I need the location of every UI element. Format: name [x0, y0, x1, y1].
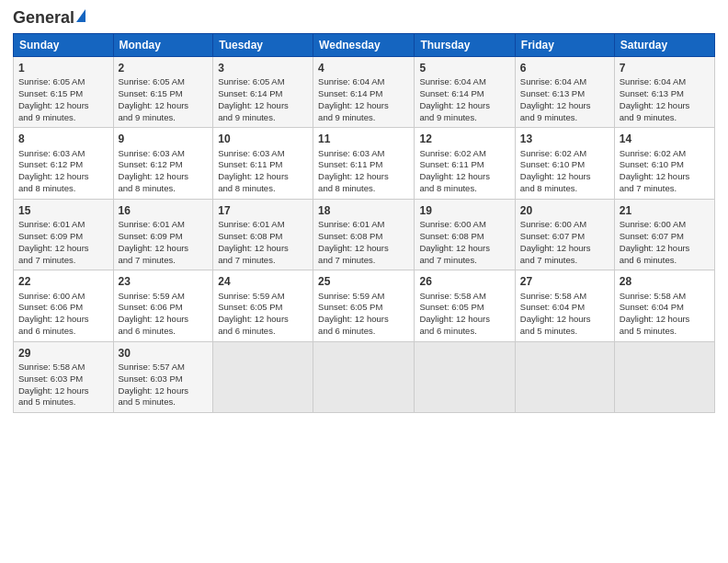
day-info: Sunrise: 6:01 AM — [318, 219, 409, 231]
calendar-cell: 18Sunrise: 6:01 AMSunset: 6:08 PMDayligh… — [313, 199, 415, 270]
day-info: Sunset: 6:10 PM — [620, 159, 710, 171]
calendar-cell: 3Sunrise: 6:05 AMSunset: 6:14 PMDaylight… — [213, 57, 313, 128]
day-info: Daylight: 12 hours — [419, 100, 509, 112]
header: General — [13, 9, 715, 26]
day-number: 3 — [218, 61, 308, 75]
calendar-cell: 1Sunrise: 6:05 AMSunset: 6:15 PMDaylight… — [14, 57, 114, 128]
calendar-cell — [614, 341, 714, 412]
col-saturday: Saturday — [614, 34, 714, 57]
day-info: Daylight: 12 hours — [318, 171, 409, 183]
day-info: and 8 minutes. — [18, 183, 108, 195]
day-info: and 9 minutes. — [520, 112, 609, 124]
day-info: Sunrise: 6:00 AM — [18, 291, 108, 303]
day-number: 28 — [620, 274, 710, 289]
day-info: Sunset: 6:03 PM — [18, 373, 108, 385]
day-info: Sunset: 6:09 PM — [18, 231, 108, 243]
day-info: Sunrise: 6:03 AM — [318, 148, 409, 160]
day-info: and 8 minutes. — [318, 183, 409, 195]
day-info: Sunrise: 5:58 AM — [620, 291, 710, 303]
calendar-cell: 16Sunrise: 6:01 AMSunset: 6:09 PMDayligh… — [113, 199, 213, 270]
day-number: 16 — [119, 203, 209, 218]
day-info: and 5 minutes. — [520, 326, 609, 338]
day-info: and 9 minutes. — [218, 112, 308, 124]
calendar-cell: 17Sunrise: 6:01 AMSunset: 6:08 PMDayligh… — [213, 199, 313, 270]
day-number: 25 — [318, 274, 409, 289]
day-number: 21 — [620, 203, 710, 218]
day-info: Sunrise: 6:00 AM — [419, 219, 509, 231]
day-info: Daylight: 12 hours — [620, 100, 710, 112]
day-info: Sunset: 6:15 PM — [18, 88, 108, 100]
day-number: 4 — [318, 61, 409, 75]
day-info: Sunset: 6:08 PM — [318, 231, 409, 243]
day-info: Sunrise: 6:00 AM — [520, 219, 609, 231]
day-info: Sunrise: 6:01 AM — [119, 219, 209, 231]
day-info: Sunset: 6:14 PM — [318, 88, 409, 100]
calendar-cell: 21Sunrise: 6:00 AMSunset: 6:07 PMDayligh… — [614, 199, 714, 270]
calendar-cell: 23Sunrise: 5:59 AMSunset: 6:06 PMDayligh… — [113, 270, 213, 341]
calendar-cell: 6Sunrise: 6:04 AMSunset: 6:13 PMDaylight… — [515, 57, 614, 128]
day-info: Sunrise: 6:01 AM — [18, 219, 108, 231]
day-number: 6 — [520, 61, 609, 75]
calendar-cell: 10Sunrise: 6:03 AMSunset: 6:11 PMDayligh… — [213, 128, 313, 199]
week-row-2: 15Sunrise: 6:01 AMSunset: 6:09 PMDayligh… — [14, 199, 715, 270]
day-info: Sunrise: 6:02 AM — [520, 148, 609, 160]
week-row-0: 1Sunrise: 6:05 AMSunset: 6:15 PMDaylight… — [14, 57, 715, 128]
day-info: Sunrise: 5:59 AM — [218, 291, 308, 303]
calendar-cell: 13Sunrise: 6:02 AMSunset: 6:10 PMDayligh… — [515, 128, 614, 199]
day-info: Daylight: 12 hours — [318, 314, 409, 326]
day-info: Sunset: 6:08 PM — [218, 231, 308, 243]
day-info: Sunset: 6:05 PM — [419, 302, 509, 314]
logo-text-general: General — [13, 9, 74, 26]
day-info: Sunset: 6:13 PM — [520, 88, 609, 100]
calendar-cell: 20Sunrise: 6:00 AMSunset: 6:07 PMDayligh… — [515, 199, 614, 270]
day-info: Sunset: 6:03 PM — [119, 373, 209, 385]
col-thursday: Thursday — [415, 34, 515, 57]
day-info: Sunset: 6:13 PM — [620, 88, 710, 100]
day-number: 24 — [218, 274, 308, 289]
day-info: Daylight: 12 hours — [620, 171, 710, 183]
day-info: Sunrise: 6:04 AM — [419, 76, 509, 88]
day-info: Sunrise: 6:05 AM — [18, 76, 108, 88]
day-info: Daylight: 12 hours — [620, 314, 710, 326]
day-info: and 8 minutes. — [520, 183, 609, 195]
day-info: Sunrise: 5:58 AM — [419, 291, 509, 303]
day-number: 11 — [318, 132, 409, 146]
col-sunday: Sunday — [14, 34, 114, 57]
day-info: Sunrise: 5:59 AM — [119, 291, 209, 303]
calendar-cell: 4Sunrise: 6:04 AMSunset: 6:14 PMDaylight… — [313, 57, 415, 128]
calendar-cell — [313, 341, 415, 412]
day-info: and 5 minutes. — [620, 326, 710, 338]
logo: General — [13, 9, 85, 26]
day-info: Sunrise: 6:04 AM — [318, 76, 409, 88]
day-number: 8 — [18, 132, 108, 146]
day-info: Daylight: 12 hours — [119, 385, 209, 397]
day-info: and 7 minutes. — [620, 183, 710, 195]
day-info: Daylight: 12 hours — [18, 171, 108, 183]
day-info: Sunrise: 5:58 AM — [520, 291, 609, 303]
day-number: 1 — [18, 61, 108, 75]
day-info: Daylight: 12 hours — [318, 243, 409, 255]
calendar-cell: 27Sunrise: 5:58 AMSunset: 6:04 PMDayligh… — [515, 270, 614, 341]
calendar-table: Sunday Monday Tuesday Wednesday Thursday… — [13, 33, 715, 413]
col-monday: Monday — [113, 34, 213, 57]
day-number: 20 — [520, 203, 609, 218]
calendar-cell: 28Sunrise: 5:58 AMSunset: 6:04 PMDayligh… — [614, 270, 714, 341]
day-number: 23 — [119, 274, 209, 289]
calendar-cell: 7Sunrise: 6:04 AMSunset: 6:13 PMDaylight… — [614, 57, 714, 128]
day-info: Daylight: 12 hours — [218, 314, 308, 326]
calendar-cell: 11Sunrise: 6:03 AMSunset: 6:11 PMDayligh… — [313, 128, 415, 199]
day-info: Daylight: 12 hours — [218, 100, 308, 112]
day-info: Sunset: 6:04 PM — [520, 302, 609, 314]
day-info: Sunrise: 6:03 AM — [119, 148, 209, 160]
calendar-cell: 5Sunrise: 6:04 AMSunset: 6:14 PMDaylight… — [415, 57, 515, 128]
day-info: Sunrise: 6:05 AM — [218, 76, 308, 88]
day-info: and 9 minutes. — [119, 112, 209, 124]
day-info: Sunset: 6:11 PM — [218, 159, 308, 171]
calendar-cell: 19Sunrise: 6:00 AMSunset: 6:08 PMDayligh… — [415, 199, 515, 270]
calendar-cell: 2Sunrise: 6:05 AMSunset: 6:15 PMDaylight… — [113, 57, 213, 128]
day-info: Daylight: 12 hours — [520, 100, 609, 112]
day-info: and 9 minutes. — [318, 112, 409, 124]
day-number: 18 — [318, 203, 409, 218]
day-info: Sunrise: 5:57 AM — [119, 362, 209, 373]
day-number: 7 — [620, 61, 710, 75]
